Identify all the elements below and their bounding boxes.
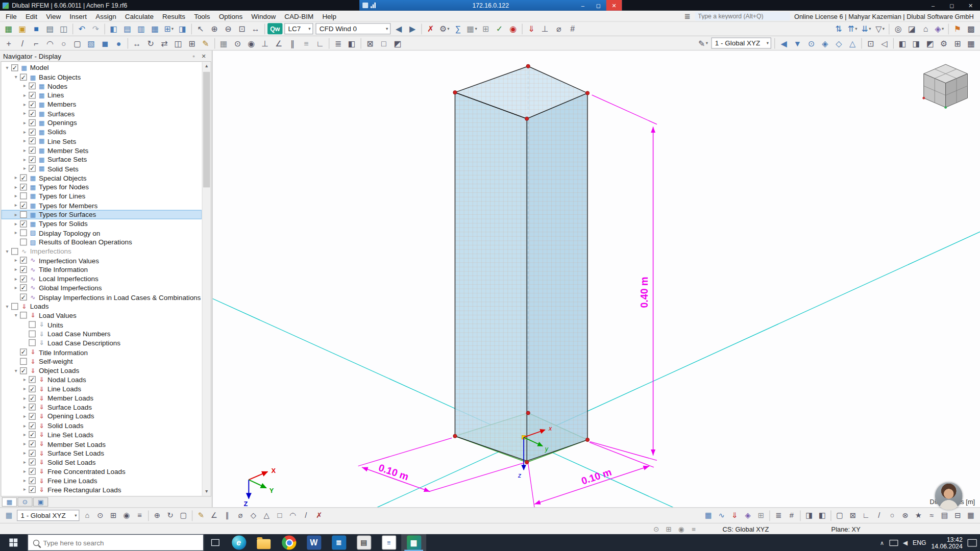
guidelines-icon[interactable]: ≡ xyxy=(300,37,313,49)
supports-display-icon[interactable]: ⊥ xyxy=(538,22,552,35)
tree-item-title-information[interactable]: ✓⇓Title Information xyxy=(1,347,202,357)
select-all-icon[interactable]: ⊠ xyxy=(363,37,377,49)
mirror-minimize-button[interactable]: – xyxy=(575,0,591,11)
tree-item-display-imperfections-in-load-cases-combinations[interactable]: ✓∿Display Imperfections in Load Cases & … xyxy=(1,292,202,302)
parallel-snap-icon[interactable]: ∥ xyxy=(220,510,234,521)
prev-case-icon[interactable]: ◀ xyxy=(392,22,406,35)
mirror-window-titlebar[interactable]: 172.16.0.122 – ◻ ✕ xyxy=(359,0,622,11)
hamburger-icon[interactable]: ≣ xyxy=(684,12,690,20)
grid-toggle-icon[interactable]: ⊞ xyxy=(107,510,120,521)
checkbox[interactable]: ✓ xyxy=(29,486,35,493)
checkbox[interactable] xyxy=(20,312,27,319)
section-1-icon[interactable]: ◧ xyxy=(896,37,910,49)
tree-item-surface-loads[interactable]: ▸✓⇓Surface Loads xyxy=(1,403,202,412)
tree-item-surfaces[interactable]: ▸✓▦Surfaces xyxy=(1,109,202,118)
snap-node-icon[interactable]: ⊙ xyxy=(231,37,244,49)
tree-item-imperfection-values[interactable]: ▸✓∿Imperfection Values xyxy=(1,256,202,265)
snap-center-icon[interactable]: ◉ xyxy=(244,37,258,49)
cs-rotate-icon[interactable]: ↻ xyxy=(164,510,177,521)
fullscreen-mode-icon[interactable]: ▦ xyxy=(964,510,977,521)
numbering-icon[interactable]: # xyxy=(566,22,579,35)
tree-item-basic-objects[interactable]: ▾✓▦Basic Objects xyxy=(1,72,202,82)
checkbox[interactable]: ✓ xyxy=(29,459,35,465)
rfem-app[interactable]: ▦ xyxy=(401,534,426,551)
checkbox[interactable] xyxy=(20,239,27,245)
redo-icon[interactable]: ↷ xyxy=(89,22,103,35)
tree-item-units[interactable]: ⇓Units xyxy=(1,320,202,329)
view-z-icon[interactable]: ⊙ xyxy=(804,37,818,49)
tree-item-surface-set-loads[interactable]: ▸✓⇓Surface Set Loads xyxy=(1,448,202,458)
flag-icon[interactable]: ⚑ xyxy=(950,22,964,35)
sort-desc-icon[interactable]: ⇊▾ xyxy=(860,22,873,35)
tree-item-opening-loads[interactable]: ▸✓⇓Opening Loads xyxy=(1,412,202,421)
expander-icon[interactable]: ▸ xyxy=(21,405,28,410)
tree-item-imperfections[interactable]: ▾∿Imperfections xyxy=(1,246,202,256)
line-snap-icon[interactable]: / xyxy=(300,510,313,521)
taskbar-clock[interactable]: 13:42 14.06.2024 xyxy=(931,536,962,549)
select-arrow-icon[interactable]: ↖ xyxy=(194,22,208,35)
blue-doc-app[interactable]: ≣ xyxy=(326,534,351,551)
delete-results-icon[interactable]: ✗ xyxy=(424,22,437,35)
tree-item-load-case-numbers[interactable]: ⇓Load Case Numbers xyxy=(1,329,202,338)
close-button[interactable]: ✕ xyxy=(961,0,980,11)
calculate-all-icon[interactable]: ∑ xyxy=(451,22,465,35)
checkbox[interactable] xyxy=(11,303,18,310)
checkbox[interactable] xyxy=(20,193,27,199)
expander-icon[interactable]: ▸ xyxy=(21,157,28,162)
zoom-all-icon[interactable]: ⊡ xyxy=(864,37,877,49)
expander-icon[interactable]: ▸ xyxy=(12,267,19,272)
checkbox[interactable] xyxy=(29,330,35,337)
tree-item-object-loads[interactable]: ▾✓⇓Object Loads xyxy=(1,366,202,375)
expander-icon[interactable]: ▸ xyxy=(21,147,28,153)
taskbar-search-input[interactable] xyxy=(43,539,198,546)
panels-icon[interactable]: ▥ xyxy=(134,22,148,35)
clipping-icon[interactable]: ◪ xyxy=(905,22,919,35)
tree-item-line-loads[interactable]: ▸✓⇓Line Loads xyxy=(1,384,202,393)
ortho-snap-icon[interactable]: ∟ xyxy=(313,37,327,49)
star-mode-icon[interactable]: ★ xyxy=(912,510,925,521)
new-window-icon[interactable]: ⊞▾ xyxy=(162,22,176,35)
scroll-down-icon[interactable]: ▼ xyxy=(203,487,211,496)
draw-arc-icon[interactable]: ◠ xyxy=(43,37,57,49)
taskbar-search[interactable] xyxy=(28,534,204,551)
snap-parallel-icon[interactable]: ∥ xyxy=(286,37,300,49)
mirror-close-button[interactable]: ✕ xyxy=(606,0,622,11)
grid-indicator-icon[interactable]: ⊞ xyxy=(663,524,675,534)
generate-mesh-icon[interactable]: ▦▾ xyxy=(465,22,479,35)
display-options-icon[interactable]: ▦ xyxy=(964,37,978,49)
tree-item-line-sets[interactable]: ▸✓▦Line Sets xyxy=(1,137,202,146)
checkbox[interactable]: ✓ xyxy=(20,276,27,282)
deformation-display-icon[interactable]: ∿ xyxy=(715,510,728,521)
hidden-icons-chevron[interactable]: ∧ xyxy=(880,539,884,545)
keyword-search-input[interactable] xyxy=(695,12,790,20)
scrollbar-thumb[interactable] xyxy=(203,72,210,188)
invert-selection-icon[interactable]: ◩ xyxy=(390,37,404,49)
checkbox[interactable]: ✓ xyxy=(29,422,35,429)
save-file-icon[interactable]: ■ xyxy=(30,22,43,35)
draw-surface-icon[interactable]: ▧ xyxy=(84,37,98,49)
expander-icon[interactable]: ▾ xyxy=(12,368,19,373)
expander-icon[interactable]: ▸ xyxy=(21,129,28,135)
checkbox[interactable] xyxy=(29,321,35,328)
expander-icon[interactable]: ▸ xyxy=(21,386,28,392)
tree-item-load-case-descriptions[interactable]: ⇓Load Case Descriptions xyxy=(1,338,202,347)
render-window-icon[interactable]: ◨ xyxy=(176,22,189,35)
view-settings-icon[interactable]: ⚙ xyxy=(937,37,951,49)
expander-icon[interactable]: ▸ xyxy=(12,184,19,190)
tree-item-solids[interactable]: ▸✓▦Solids xyxy=(1,128,202,137)
expander-icon[interactable]: ▸ xyxy=(21,414,28,419)
menu-edit[interactable]: Edit xyxy=(21,11,41,21)
margin-box-icon[interactable]: ▢ xyxy=(833,510,846,521)
load-case-combo[interactable]: LC7▾ xyxy=(284,23,313,34)
layers-icon[interactable]: ≣ xyxy=(331,37,345,49)
section-2-icon[interactable]: ◨ xyxy=(910,37,923,49)
results-display-icon[interactable]: ▦ xyxy=(702,510,715,521)
snap-indicator-icon[interactable]: ⊙ xyxy=(650,524,662,534)
isometric-view-icon[interactable]: ◈ xyxy=(818,37,832,49)
expander-icon[interactable]: ▸ xyxy=(12,175,19,181)
tree-item-members[interactable]: ▸✓▦Members xyxy=(1,100,202,109)
draw-circle-icon[interactable]: ○ xyxy=(57,37,70,49)
expander-icon[interactable]: ▸ xyxy=(12,212,19,217)
rendering-icon[interactable]: ◈▾ xyxy=(933,22,946,35)
tree-item-title-information[interactable]: ▸✓∿Title Information xyxy=(1,265,202,274)
